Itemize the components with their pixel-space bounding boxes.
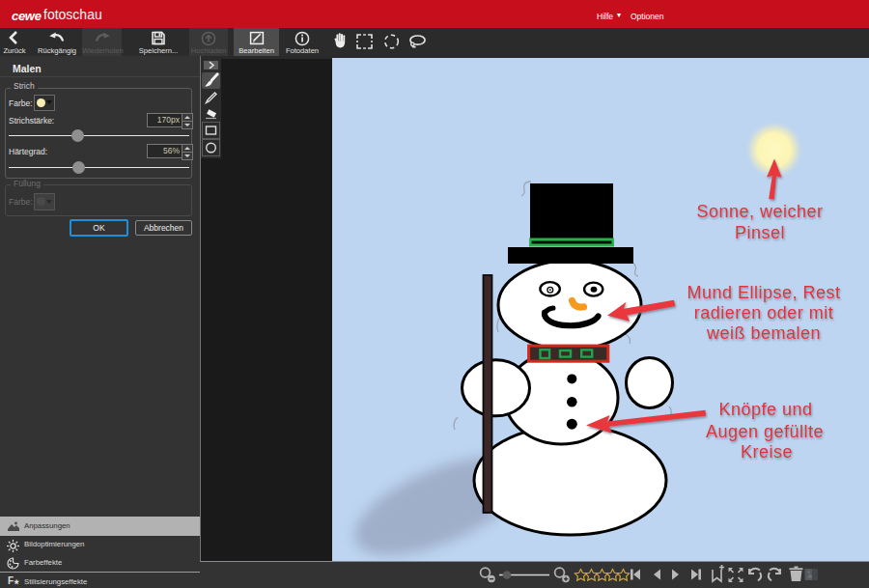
svg-text:Mund Ellipse, Rest: Mund Ellipse, Rest [687,283,840,302]
svg-text:radieren oder mit: radieren oder mit [694,303,834,322]
svg-text:weiß bemalen: weiß bemalen [706,323,821,343]
svg-text:Kreise: Kreise [741,442,793,462]
svg-text:Pinsel: Pinsel [735,223,785,242]
svg-text:Sonne, weicher: Sonne, weicher [696,202,823,221]
svg-text:Knöpfe und: Knöpfe und [718,400,812,419]
svg-text:Augen gefüllte: Augen gefüllte [706,422,824,441]
